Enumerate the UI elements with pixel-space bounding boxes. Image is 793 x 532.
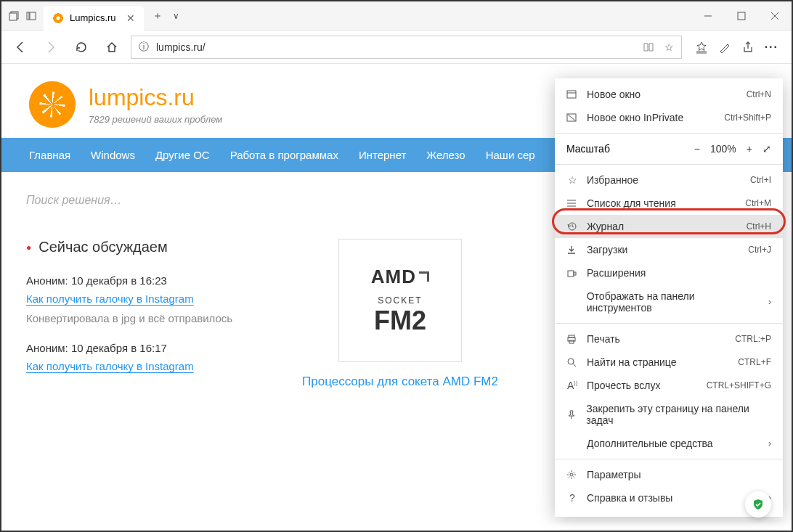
site-name[interactable]: lumpics.ru (89, 84, 222, 111)
article-thumbnail[interactable]: AMD SOCKET FM2 (338, 239, 462, 362)
menu-downloads[interactable]: ЗагрузкиCtrl+J (555, 238, 783, 261)
menu-reading-list[interactable]: Список для чтенияCtrl+M (555, 192, 783, 215)
nav-item[interactable]: Windows (81, 138, 145, 172)
maximize-button[interactable] (725, 1, 758, 30)
site-logo-icon[interactable] (29, 81, 76, 128)
address-bar: ⓘ lumpics.ru/ ☆ ··· (1, 30, 792, 64)
nav-item[interactable]: Главная (19, 138, 81, 172)
menu-show-toolbar[interactable]: Отображать на панели инструментов› (555, 285, 783, 319)
gear-icon (566, 470, 578, 480)
menu-settings[interactable]: Параметры (555, 463, 783, 486)
pin-icon (566, 409, 577, 420)
favorites-hub-icon[interactable] (695, 41, 708, 54)
help-icon: ? (566, 492, 578, 504)
window-icon (566, 89, 578, 99)
url-text: lumpics.ru/ (156, 41, 635, 53)
svg-point-25 (570, 473, 573, 476)
widget-title: Сейчас обсуждаем (26, 239, 259, 255)
history-icon (566, 221, 578, 232)
favorite-star-icon[interactable]: ☆ (664, 41, 674, 53)
zoom-out-button[interactable]: − (694, 143, 700, 155)
search-input[interactable]: Поиск решения… (26, 194, 122, 206)
star-icon: ☆ (566, 174, 578, 186)
menu-print[interactable]: ПечатьCTRL:+P (555, 327, 783, 351)
tab-preview-icon[interactable] (9, 11, 19, 21)
chevron-right-icon: › (768, 438, 771, 449)
svg-rect-5 (738, 12, 745, 20)
svg-rect-3 (30, 12, 36, 20)
new-tab-icon[interactable]: ＋ (152, 9, 163, 22)
tab-title: Lumpics.ru (70, 12, 116, 23)
chevron-right-icon: › (768, 297, 771, 307)
comment-item: Аноним: 10 декабря в 16:23 Как получить … (26, 274, 259, 326)
menu-read-aloud[interactable]: A)) Прочесть вслухCTRL+SHIFT+G (555, 374, 783, 397)
amd-arrow-icon (419, 271, 429, 282)
url-input[interactable]: ⓘ lumpics.ru/ ☆ (131, 36, 682, 59)
notes-icon[interactable] (718, 41, 731, 54)
nav-item[interactable]: Интернет (349, 138, 416, 172)
nav-item[interactable]: Другие ОС (145, 138, 220, 172)
info-icon[interactable]: ⓘ (139, 41, 149, 54)
tab-close-icon[interactable]: ✕ (122, 12, 135, 24)
article-link[interactable]: Процессоры для сокета AMD FM2 (302, 375, 498, 388)
favicon-icon (52, 12, 64, 24)
svg-line-24 (573, 364, 576, 367)
svg-rect-10 (567, 91, 576, 98)
security-badge-icon[interactable] (745, 491, 771, 517)
comment-body: Конвертировала в jpg и всё отправилось (26, 311, 259, 326)
menu-pin[interactable]: Закрепить эту страницу на панели задач (555, 397, 783, 432)
svg-rect-1 (9, 13, 17, 20)
settings-menu: Новое окноCtrl+N Новое окно InPrivateCtr… (555, 78, 783, 517)
minimize-button[interactable] (691, 1, 725, 30)
share-icon[interactable] (741, 41, 755, 54)
home-button[interactable] (100, 36, 123, 59)
extension-icon (566, 268, 578, 278)
nav-item[interactable]: Железо (416, 138, 475, 172)
menu-new-window[interactable]: Новое окноCtrl+N (555, 83, 783, 106)
nav-item[interactable]: Наши сер (476, 138, 545, 172)
set-aside-icon[interactable] (26, 11, 36, 21)
svg-rect-18 (568, 271, 574, 277)
comment-link[interactable]: Как получить галочку в Instagram (26, 360, 194, 372)
search-icon (566, 357, 578, 367)
forward-button[interactable] (39, 36, 62, 59)
print-icon (566, 334, 578, 344)
svg-rect-2 (27, 12, 29, 20)
back-button[interactable] (9, 36, 32, 59)
download-icon (566, 245, 578, 255)
menu-extensions[interactable]: Расширения (555, 261, 783, 285)
svg-line-13 (568, 115, 575, 120)
reading-view-icon[interactable] (643, 41, 654, 53)
svg-rect-19 (574, 272, 576, 275)
nav-item[interactable]: Работа в программах (220, 138, 349, 172)
comment-meta: Аноним: 10 декабря в 16:17 (26, 342, 259, 354)
refresh-button[interactable] (70, 36, 93, 59)
zoom-in-button[interactable]: + (747, 143, 752, 155)
settings-menu-button[interactable]: ··· (765, 41, 778, 54)
titlebar: Lumpics.ru ✕ ＋ ∨ (1, 1, 792, 30)
site-tagline: 7829 решений ваших проблем (89, 114, 222, 125)
list-icon (566, 198, 578, 208)
comment-item: Аноним: 10 декабря в 16:17 Как получить … (26, 342, 259, 378)
menu-find[interactable]: Найти на страницеCTRL+F (555, 351, 783, 374)
fullscreen-icon[interactable]: ⤢ (762, 143, 771, 155)
comment-link[interactable]: Как получить галочку в Instagram (26, 292, 194, 305)
menu-new-inprivate[interactable]: Новое окно InPrivateCtrl+Shift+P (555, 106, 783, 129)
inprivate-icon (566, 112, 578, 123)
menu-zoom: Масштаб − 100% + ⤢ (555, 137, 783, 160)
comment-meta: Аноним: 10 декабря в 16:23 (26, 274, 259, 287)
menu-history[interactable]: ЖурналCtrl+H (555, 215, 783, 238)
menu-more-tools[interactable]: Дополнительные средства› (555, 432, 783, 455)
browser-tab[interactable]: Lumpics.ru ✕ (44, 6, 144, 30)
svg-point-23 (568, 359, 574, 364)
menu-favorites[interactable]: ☆ ИзбранноеCtrl+I (555, 168, 783, 192)
tab-dropdown-icon[interactable]: ∨ (173, 11, 179, 21)
zoom-value: 100% (710, 143, 736, 155)
read-aloud-icon: A)) (566, 380, 578, 391)
close-window-button[interactable] (758, 1, 792, 30)
